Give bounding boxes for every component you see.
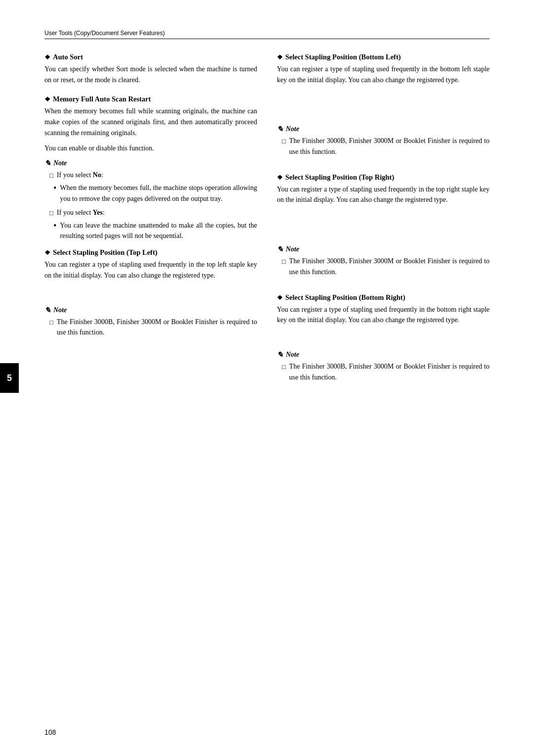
page: User Tools (Copy/Document Server Feature… (0, 0, 534, 756)
section-stapling-bottom-right: ❖ Select Stapling Position (Bottom Right… (277, 293, 490, 326)
if-no-item: □ If you select No: (49, 170, 257, 181)
bullets-yes: • You can leave the machine unattended t… (53, 220, 257, 241)
note-item-2: □ The Finisher 3000B, Finisher 3000M or … (49, 317, 257, 338)
stapling-top-right-body: You can register a type of stapling used… (277, 184, 490, 205)
stapling-bottom-right-body: You can register a type of stapling used… (277, 304, 490, 326)
bullet-no-1: • When the memory becomes full, the mach… (53, 183, 257, 204)
if-yes-item: □ If you select Yes: (49, 207, 257, 218)
header-bar: User Tools (Copy/Document Server Feature… (44, 30, 490, 39)
note-icon-2: ✎ (44, 306, 51, 315)
bullets-no: • When the memory becomes full, the mach… (53, 183, 257, 204)
note-icon-r1: ✎ (277, 125, 283, 134)
diamond-icon-6: ❖ (277, 294, 283, 302)
memory-full-body2: You can enable or disable this function. (44, 143, 257, 154)
auto-sort-body: You can specify whether Sort mode is sel… (44, 64, 257, 85)
bullet-dot-1: • (53, 182, 56, 195)
checkbox-icon-1: □ (49, 171, 53, 181)
stapling-bottom-right-title: ❖ Select Stapling Position (Bottom Right… (277, 293, 490, 302)
note-icon-r2: ✎ (277, 245, 283, 254)
note-icon-1: ✎ (44, 159, 51, 168)
note-stapling-bottom-left: ✎ Note □ The Finisher 3000B, Finisher 30… (277, 125, 490, 157)
note-stapling-bottom-right: ✎ Note □ The Finisher 3000B, Finisher 30… (277, 350, 490, 382)
section-stapling-top-left: ❖ Select Stapling Position (Top Left) Yo… (44, 248, 257, 281)
section-auto-sort: ❖ Auto Sort You can specify whether Sort… (44, 53, 257, 85)
note-heading-r2: ✎ Note (277, 245, 490, 254)
stapling-bottom-left-title: ❖ Select Stapling Position (Bottom Left) (277, 53, 490, 61)
note-icon-r3: ✎ (277, 350, 283, 359)
checkbox-icon-r1: □ (282, 137, 286, 146)
diamond-icon: ❖ (44, 53, 50, 61)
stapling-top-left-body: You can register a type of stapling used… (44, 259, 257, 281)
chapter-tab: 5 (0, 363, 19, 393)
diamond-icon-5: ❖ (277, 174, 283, 182)
checkbox-icon-2: □ (49, 208, 53, 218)
section-stapling-bottom-left: ❖ Select Stapling Position (Bottom Left)… (277, 53, 490, 85)
bullet-yes-1: • You can leave the machine unattended t… (53, 220, 257, 241)
right-column: ❖ Select Stapling Position (Bottom Left)… (277, 53, 490, 389)
checkbox-icon-r2: □ (282, 257, 286, 267)
header-text: User Tools (Copy/Document Server Feature… (44, 30, 165, 37)
note-item-r3: □ The Finisher 3000B, Finisher 3000M or … (282, 361, 490, 382)
stapling-top-left-title: ❖ Select Stapling Position (Top Left) (44, 248, 257, 257)
stapling-bottom-left-body: You can register a type of stapling used… (277, 64, 490, 85)
two-column-layout: ❖ Auto Sort You can specify whether Sort… (44, 53, 490, 389)
note-memory-full: ✎ Note □ If you select No: • When the me… (44, 159, 257, 241)
diamond-icon-2: ❖ (44, 95, 50, 103)
checkbox-icon-3: □ (49, 318, 53, 328)
auto-sort-title: ❖ Auto Sort (44, 53, 257, 61)
bullet-dot-2: • (53, 219, 56, 233)
section-stapling-top-right: ❖ Select Stapling Position (Top Right) Y… (277, 173, 490, 205)
memory-full-body1: When the memory becomes full while scann… (44, 106, 257, 138)
note-heading-2: ✎ Note (44, 306, 257, 315)
note-item-r1: □ The Finisher 3000B, Finisher 3000M or … (282, 136, 490, 157)
note-item-r2: □ The Finisher 3000B, Finisher 3000M or … (282, 256, 490, 277)
page-number: 108 (44, 728, 56, 736)
memory-full-title: ❖ Memory Full Auto Scan Restart (44, 95, 257, 103)
note-heading-1: ✎ Note (44, 159, 257, 168)
diamond-icon-3: ❖ (44, 249, 50, 257)
checkbox-icon-r3: □ (282, 362, 286, 372)
note-stapling-top-left: ✎ Note □ The Finisher 3000B, Finisher 30… (44, 306, 257, 338)
note-stapling-top-right: ✎ Note □ The Finisher 3000B, Finisher 30… (277, 245, 490, 277)
left-column: ❖ Auto Sort You can specify whether Sort… (44, 53, 257, 389)
note-heading-r3: ✎ Note (277, 350, 490, 359)
stapling-top-right-title: ❖ Select Stapling Position (Top Right) (277, 173, 490, 182)
note-heading-r1: ✎ Note (277, 125, 490, 134)
diamond-icon-4: ❖ (277, 53, 283, 61)
section-memory-full: ❖ Memory Full Auto Scan Restart When the… (44, 95, 257, 154)
